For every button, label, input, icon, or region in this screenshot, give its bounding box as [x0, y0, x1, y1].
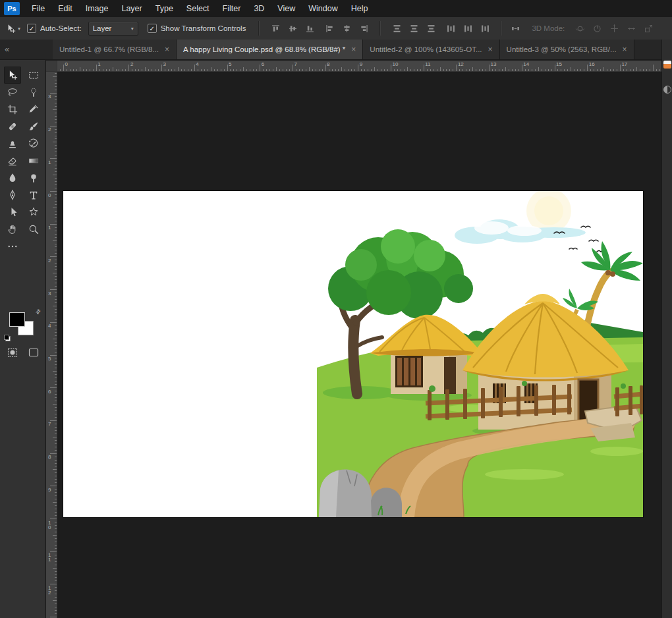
ruler-label: 3: [48, 291, 52, 296]
distribute-bottom-edges-button[interactable]: [424, 21, 438, 36]
type-tool[interactable]: [25, 186, 42, 204]
distribute-horizontal-centers-button[interactable]: [461, 21, 475, 36]
distribute-spacing-button[interactable]: [508, 21, 522, 36]
ruler-label: 11: [48, 553, 52, 562]
history-brush-tool[interactable]: [25, 135, 42, 152]
ruler-origin-corner[interactable]: [46, 61, 57, 72]
close-icon[interactable]: ×: [623, 45, 627, 54]
path-selection-tool[interactable]: [4, 204, 21, 221]
blur-icon: [7, 172, 18, 184]
align-bottom-edges-button[interactable]: [302, 21, 317, 36]
mode-3d-group: [573, 21, 656, 36]
close-icon[interactable]: ×: [165, 45, 169, 54]
3d-roll-button[interactable]: [590, 21, 604, 36]
align-horizontal-centers-button[interactable]: [339, 21, 354, 36]
distribute-top-edges-button[interactable]: [389, 21, 404, 36]
clone-stamp-icon: [7, 138, 18, 150]
close-icon[interactable]: ×: [488, 45, 493, 54]
dodge-tool[interactable]: [25, 169, 42, 186]
chevron-down-icon: ▾: [131, 26, 134, 32]
3d-scale-button[interactable]: [641, 21, 656, 36]
edit-toolbar-button[interactable]: [4, 238, 21, 255]
swap-colors-icon[interactable]: ⇄: [34, 308, 42, 316]
crop-tool[interactable]: [4, 101, 21, 118]
tool-preset-picker[interactable]: ▾: [5, 23, 20, 34]
horizontal-ruler[interactable]: 01234567891011121314151617: [46, 61, 661, 72]
align-vertical-centers-button[interactable]: [285, 21, 300, 36]
show-transform-checkbox[interactable]: [148, 24, 157, 33]
menu-3d[interactable]: 3D: [247, 0, 271, 17]
move-tool[interactable]: [4, 67, 21, 84]
ruler-label: 1: [48, 160, 52, 165]
libraries-panel-icon[interactable]: [663, 61, 671, 69]
vertical-ruler[interactable]: 3210123456789101112: [46, 71, 57, 618]
zoom-icon: [28, 223, 40, 235]
foreground-color-swatch[interactable]: [9, 312, 25, 327]
auto-select-checkbox[interactable]: [27, 24, 36, 33]
ruler-label: 8: [327, 61, 329, 67]
align-top-edges-button[interactable]: [268, 21, 283, 36]
chevron-down-icon: ▾: [18, 26, 20, 32]
close-icon[interactable]: ×: [351, 45, 356, 54]
screen-mode-button[interactable]: [25, 344, 42, 361]
distribute-vertical-centers-button[interactable]: [406, 21, 421, 36]
collapse-panels-icon[interactable]: «: [0, 40, 53, 59]
auto-select-option[interactable]: Auto-Select:: [27, 24, 82, 33]
healing-brush-tool[interactable]: [4, 118, 21, 135]
mode-3d-label: 3D Mode:: [532, 24, 565, 32]
app-logo[interactable]: Ps: [4, 2, 20, 15]
menu-edit[interactable]: Edit: [51, 0, 79, 17]
menu-window[interactable]: Window: [302, 0, 344, 17]
align-left-edges-button[interactable]: [322, 21, 337, 36]
adjustments-panel-icon[interactable]: [663, 86, 671, 94]
3d-orbit-button[interactable]: [573, 21, 587, 36]
3d-pan-button[interactable]: [607, 21, 621, 36]
menu-type[interactable]: Type: [149, 0, 180, 17]
menu-image[interactable]: Image: [79, 0, 115, 17]
separator: [379, 21, 381, 36]
lasso-tool[interactable]: [4, 84, 21, 101]
shape-tool[interactable]: [25, 204, 42, 221]
document-tab[interactable]: Untitled-1 @ 66.7% (RGB/8... ×: [53, 40, 177, 59]
document-tab[interactable]: Untitled-2 @ 100% (143605-OT... ×: [363, 40, 499, 59]
menu-layer[interactable]: Layer: [115, 0, 148, 17]
ruler-label: 14: [523, 61, 529, 67]
auto-select-target-dropdown[interactable]: Layer ▾: [88, 22, 138, 36]
menu-filter[interactable]: Filter: [216, 0, 248, 17]
brush-tool[interactable]: [25, 118, 42, 135]
default-colors-icon[interactable]: [4, 335, 11, 341]
tab-label: Untitled-3 @ 50% (2563, RGB/...: [507, 45, 617, 53]
zoom-tool[interactable]: [25, 221, 42, 238]
align-right-edges-button[interactable]: [356, 21, 371, 36]
hand-tool[interactable]: [4, 221, 21, 238]
menu-file[interactable]: File: [25, 0, 51, 17]
eraser-tool[interactable]: [4, 152, 21, 169]
blur-tool[interactable]: [4, 169, 21, 186]
ruler-label: 5: [229, 61, 231, 67]
3d-slide-button[interactable]: [624, 21, 638, 36]
document-tab[interactable]: Untitled-3 @ 50% (2563, RGB/... ×: [500, 40, 634, 59]
menu-help[interactable]: Help: [345, 0, 375, 17]
quick-selection-tool[interactable]: [25, 84, 42, 101]
clone-stamp-tool[interactable]: [4, 135, 21, 152]
dropdown-value: Layer: [93, 24, 112, 32]
canvas-area[interactable]: [46, 61, 661, 618]
ruler-label: 2: [48, 127, 52, 132]
distribute-left-edges-button[interactable]: [443, 21, 458, 36]
marquee-tool[interactable]: [25, 67, 42, 84]
align-vertical-centers-icon: [288, 24, 298, 34]
ruler-label: 10: [48, 520, 52, 530]
distribute-right-icon: [480, 24, 490, 34]
document-canvas[interactable]: [63, 191, 643, 517]
quick-mask-button[interactable]: [4, 344, 21, 361]
crop-icon: [7, 103, 18, 115]
show-transform-option[interactable]: Show Transform Controls: [148, 24, 246, 33]
menu-view[interactable]: View: [271, 0, 302, 17]
distribute-right-edges-button[interactable]: [478, 21, 492, 36]
eyedropper-tool[interactable]: [25, 101, 42, 118]
menu-select[interactable]: Select: [180, 0, 216, 17]
ruler-label: 4: [196, 61, 198, 67]
document-tab-active[interactable]: A happy Living Couple.psd @ 68.8% (RGB/8…: [177, 40, 363, 59]
pen-tool[interactable]: [4, 186, 21, 204]
gradient-tool[interactable]: [25, 152, 42, 169]
